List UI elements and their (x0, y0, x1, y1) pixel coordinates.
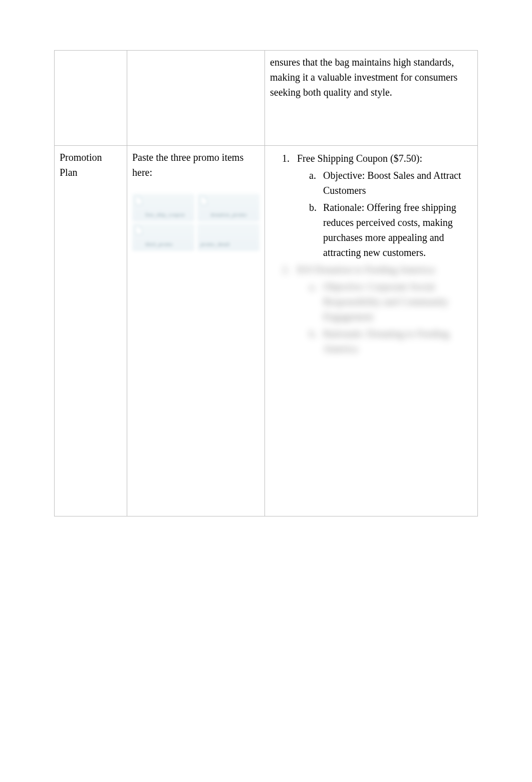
sub-label: Objective: (323, 281, 365, 292)
list-item-blurred: 2. $10 Donation to Feeding America: a. O… (270, 262, 474, 356)
list-marker: b. (309, 200, 317, 215)
row-label: Promotion Plan (60, 152, 102, 178)
file-icon (135, 225, 142, 234)
item-title: Free Shipping Coupon ($7.50): (297, 153, 422, 164)
file-icon (135, 196, 142, 205)
list-item: b. Rationale: Donating to Feeding Americ… (297, 326, 474, 356)
item-title: $10 Donation to Feeding America: (297, 264, 436, 275)
cell-empty (55, 51, 127, 146)
file-thumbnail: promo_detail (197, 223, 259, 251)
sub-text: Donating to (367, 328, 414, 339)
lettered-list: a. Objective: Corporate Social Responsib… (297, 279, 474, 356)
content-table: ensures that the bag maintains high stan… (54, 50, 478, 516)
thumbnail-label: promo_detail (200, 240, 230, 248)
list-marker: a. (309, 168, 316, 183)
list-item: 1. Free Shipping Coupon ($7.50): a. Obje… (270, 151, 474, 260)
thumbnail-label: third_promo (145, 240, 173, 248)
file-thumbnail: third_promo (132, 223, 194, 251)
table-row: Promotion Plan Paste the three promo ite… (55, 146, 478, 516)
cell-promo-details: 1. Free Shipping Coupon ($7.50): a. Obje… (265, 146, 478, 516)
body-text: ensures that the bag maintains high stan… (270, 57, 457, 98)
lettered-list: a. Objective: Boost Sales and Attract Cu… (297, 168, 474, 260)
numbered-list: 1. Free Shipping Coupon ($7.50): a. Obje… (270, 151, 474, 356)
list-marker: 2. (282, 262, 290, 277)
document-page: ensures that the bag maintains high stan… (0, 0, 532, 516)
list-marker: a. (309, 279, 316, 294)
sub-label: Rationale: (323, 328, 364, 339)
cell-quality-text: ensures that the bag maintains high stan… (265, 51, 478, 146)
list-marker: b. (309, 326, 317, 341)
list-item: a. Objective: Boost Sales and Attract Cu… (297, 168, 474, 198)
promo-thumbnails: free_ship_coupon donation_promo third_pr… (132, 194, 259, 251)
list-item: b. Rationale: Offering free shipping red… (297, 200, 474, 260)
file-thumbnail: free_ship_coupon (132, 194, 194, 221)
sub-label: Objective: (323, 170, 365, 181)
cell-empty (127, 51, 265, 146)
thumbnail-label: free_ship_coupon (145, 210, 185, 219)
file-icon (200, 196, 207, 205)
list-item: a. Objective: Corporate Social Responsib… (297, 279, 474, 324)
table-row: ensures that the bag maintains high stan… (55, 51, 478, 146)
cell-row-label: Promotion Plan (55, 146, 127, 516)
instruction-text: Paste the three promo items here: (132, 152, 243, 178)
file-thumbnail: donation_promo (197, 194, 259, 221)
cell-promo-instruction: Paste the three promo items here: free_s… (127, 146, 265, 516)
sub-label: Rationale: (323, 202, 364, 213)
list-marker: 1. (282, 151, 290, 166)
thumbnail-label: donation_promo (210, 210, 247, 219)
